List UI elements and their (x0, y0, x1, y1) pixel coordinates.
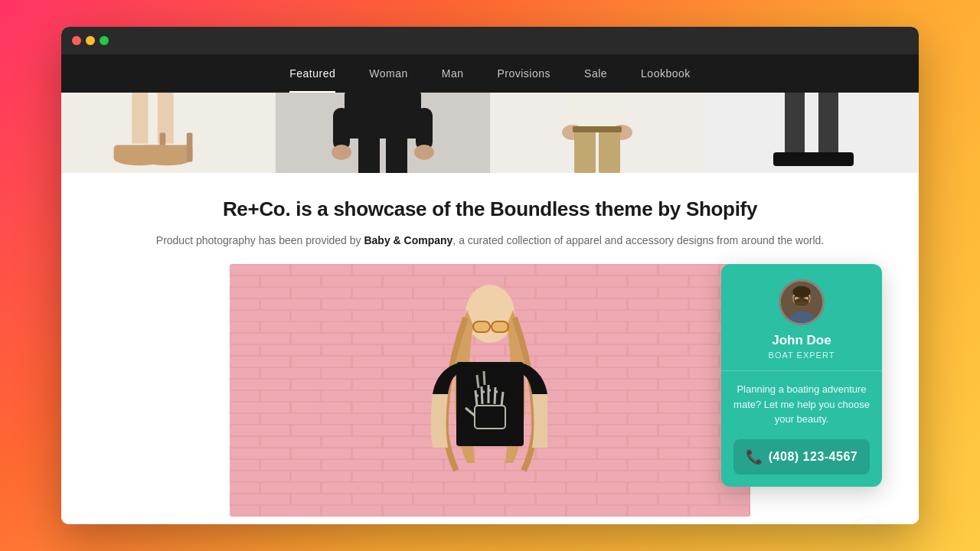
chat-name: John Doe (733, 333, 870, 348)
text-section: Re+Co. is a showcase of the Boundless th… (61, 173, 919, 264)
svg-rect-36 (492, 321, 508, 332)
browser-chrome (61, 27, 919, 54)
svg-rect-21 (574, 127, 596, 173)
chat-phone-button[interactable]: 📞 (408) 123-4567 (733, 439, 870, 474)
hero-image-1 (61, 93, 276, 173)
svg-line-43 (495, 387, 495, 404)
browser-dots (72, 36, 109, 45)
svg-rect-22 (599, 127, 620, 173)
nav-item-featured[interactable]: Featured (273, 54, 352, 93)
svg-rect-7 (142, 145, 193, 161)
svg-rect-35 (473, 321, 490, 332)
chat-widget: John Doe BOAT EXPERT Planning a boating … (721, 264, 882, 487)
avatar-svg (781, 281, 822, 324)
browser-window: Featured Woman Man Provisions Sale Lookb… (61, 27, 919, 524)
svg-rect-12 (416, 108, 433, 150)
svg-point-14 (414, 145, 434, 160)
chat-message: Planning a boating adventure mate? Let m… (733, 382, 870, 427)
feature-image (230, 264, 750, 517)
svg-line-40 (475, 390, 477, 406)
nav-item-man[interactable]: Man (425, 54, 481, 93)
maximize-dot[interactable] (100, 36, 109, 45)
svg-rect-8 (187, 132, 193, 161)
svg-rect-10 (345, 93, 421, 139)
close-dot[interactable] (72, 36, 81, 45)
main-content: Re+Co. is a showcase of the Boundless th… (61, 173, 919, 524)
svg-point-55 (794, 298, 808, 308)
subtitle-after: , a curated collection of apparel and ac… (452, 234, 824, 246)
svg-rect-18 (567, 93, 628, 127)
feature-section: John Doe BOAT EXPERT Planning a boating … (61, 264, 919, 517)
hero-image-2 (276, 93, 490, 173)
chat-avatar (779, 279, 825, 325)
svg-rect-1 (132, 93, 148, 144)
svg-rect-28 (812, 152, 854, 166)
chat-phone-number: (408) 123-4567 (769, 450, 858, 464)
nav-item-woman[interactable]: Woman (352, 54, 424, 93)
svg-rect-38 (456, 362, 524, 446)
hero-image-4 (704, 93, 919, 173)
nav-item-provisions[interactable]: Provisions (480, 54, 567, 93)
svg-rect-16 (386, 137, 407, 173)
subtitle-brand: Baby & Company (364, 234, 452, 246)
svg-point-34 (466, 285, 514, 343)
main-subtitle: Product photography has been provided by… (77, 232, 903, 249)
close-chat-button[interactable]: ✕ (854, 518, 882, 524)
subtitle-before: Product photography has been provided by (156, 234, 364, 246)
svg-rect-26 (818, 93, 838, 155)
website-content: Featured Woman Man Provisions Sale Lookb… (61, 54, 919, 524)
svg-line-50 (477, 375, 479, 388)
svg-point-13 (332, 145, 351, 160)
svg-line-41 (482, 386, 482, 404)
svg-rect-15 (358, 137, 380, 173)
nav-item-lookbook[interactable]: Lookbook (624, 54, 707, 93)
nav-item-sale[interactable]: Sale (567, 54, 624, 93)
main-title: Re+Co. is a showcase of the Boundless th… (77, 197, 903, 221)
main-nav: Featured Woman Man Provisions Sale Lookb… (61, 54, 919, 93)
chat-divider (721, 370, 882, 371)
minimize-dot[interactable] (86, 36, 95, 45)
phone-icon: 📞 (746, 448, 763, 465)
svg-line-51 (484, 371, 485, 385)
svg-rect-25 (785, 93, 805, 155)
svg-rect-23 (573, 126, 622, 132)
nav-items: Featured Woman Man Provisions Sale Lookb… (273, 54, 707, 93)
hero-image-3 (490, 93, 704, 173)
hero-strip (61, 93, 919, 173)
svg-rect-11 (333, 108, 350, 150)
chat-role: BOAT EXPERT (733, 350, 870, 360)
svg-rect-27 (773, 152, 815, 166)
svg-line-44 (501, 392, 503, 406)
